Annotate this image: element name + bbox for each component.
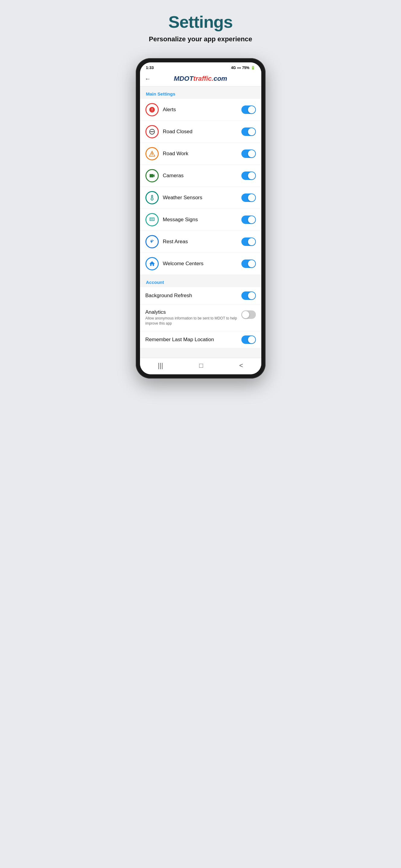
weather-sensors-label: Weather Sensors	[163, 195, 237, 201]
remember-map-label: Remember Last Map Location	[145, 337, 237, 343]
nav-home-icon[interactable]: □	[199, 362, 203, 370]
alerts-toggle[interactable]	[241, 105, 256, 114]
analytics-toggle-thumb	[242, 311, 249, 318]
message-signs-toggle[interactable]	[241, 216, 256, 224]
road-work-toggle[interactable]	[241, 150, 256, 158]
rest-areas-toggle-thumb	[248, 238, 255, 245]
page-title: Settings	[168, 12, 233, 32]
phone-screen: 1:33 4G ▪▪▪ 75% 🔋 ← MDOTtraffic.com Main…	[140, 62, 261, 374]
svg-rect-4	[151, 153, 152, 153]
rest-areas-label: Rest Areas	[163, 239, 237, 245]
svg-rect-8	[153, 218, 153, 219]
setting-row-rest-areas: Rest Areas	[140, 231, 261, 253]
message-signs-label: Message Signs	[163, 217, 237, 223]
alerts-icon-wrap	[145, 103, 159, 116]
remember-map-toggle-thumb	[248, 336, 255, 343]
status-bar: 1:33 4G ▪▪▪ 75% 🔋	[140, 62, 261, 72]
analytics-sublabel: Allow anonymous information to be sent t…	[145, 316, 237, 326]
svg-rect-10	[151, 219, 152, 220]
road-work-icon	[149, 150, 155, 157]
welcome-centers-icon-wrap	[145, 257, 159, 270]
setting-row-road-closed: Road Closed	[140, 121, 261, 143]
alert-icon	[149, 106, 155, 113]
svg-rect-6	[151, 218, 152, 219]
bg-refresh-label: Background Refresh	[145, 293, 237, 299]
welcome-centers-label: Welcome Centers	[163, 261, 237, 267]
message-signs-toggle-thumb	[248, 216, 255, 223]
analytics-label: Analytics	[145, 309, 237, 315]
back-button[interactable]: ←	[145, 75, 151, 82]
svg-rect-7	[152, 218, 153, 219]
svg-rect-11	[152, 219, 153, 220]
road-closed-icon-wrap	[145, 125, 159, 138]
setting-row-road-work: Road Work	[140, 143, 261, 165]
welcome-centers-toggle[interactable]	[241, 259, 256, 268]
setting-row-bg-refresh: Background Refresh	[140, 287, 261, 304]
bg-refresh-toggle[interactable]	[241, 291, 256, 300]
setting-row-analytics: Analytics Allow anonymous information to…	[140, 304, 261, 331]
cameras-toggle-thumb	[248, 172, 255, 179]
road-closed-toggle[interactable]	[241, 127, 256, 136]
svg-rect-9	[150, 219, 151, 220]
nav-menu-icon[interactable]: |||	[158, 362, 163, 370]
cameras-toggle[interactable]	[241, 172, 256, 180]
message-signs-icon-wrap	[145, 213, 159, 226]
remember-map-toggle[interactable]	[241, 336, 256, 344]
weather-sensors-toggle[interactable]	[241, 193, 256, 202]
setting-row-remember-map: Remember Last Map Location	[140, 331, 261, 348]
road-closed-label: Road Closed	[163, 129, 237, 135]
alerts-toggle-thumb	[248, 106, 255, 113]
setting-row-welcome-centers: Welcome Centers	[140, 253, 261, 275]
road-work-icon-wrap	[145, 147, 159, 160]
battery-level: 75%	[242, 66, 249, 70]
alerts-label: Alerts	[163, 107, 237, 113]
road-work-label: Road Work	[163, 151, 237, 157]
analytics-toggle[interactable]	[241, 310, 256, 319]
section-account-header: Account	[140, 275, 261, 287]
road-closed-toggle-thumb	[248, 128, 255, 135]
svg-rect-3	[151, 153, 152, 155]
message-signs-icon	[149, 216, 155, 223]
page-subtitle: Personalize your app experience	[149, 35, 252, 43]
signal-icon: 4G	[231, 66, 236, 70]
setting-row-weather-sensors: Weather Sensors	[140, 187, 261, 209]
status-right: 4G ▪▪▪ 75% 🔋	[231, 66, 255, 70]
settings-content: Main Settings Alerts	[140, 87, 261, 358]
cameras-icon-wrap	[145, 169, 159, 182]
svg-rect-5	[150, 218, 151, 219]
camera-icon	[149, 173, 155, 179]
logo-mdot: MDOT	[174, 75, 193, 83]
setting-row-alerts: Alerts	[140, 99, 261, 121]
app-logo: MDOTtraffic.com	[174, 75, 227, 83]
status-time: 1:33	[146, 65, 154, 70]
bottom-nav: ||| □ <	[140, 358, 261, 374]
rest-areas-toggle[interactable]	[241, 238, 256, 246]
road-closed-icon	[149, 128, 155, 135]
svg-point-13	[150, 240, 152, 241]
phone-frame: 1:33 4G ▪▪▪ 75% 🔋 ← MDOTtraffic.com Main…	[136, 58, 265, 378]
welcome-centers-toggle-thumb	[248, 260, 255, 267]
rest-areas-icon	[149, 239, 155, 245]
logo-traffic: traffic	[193, 75, 212, 83]
cameras-label: Cameras	[163, 173, 237, 179]
welcome-centers-icon	[149, 260, 155, 267]
signal-bars: ▪▪▪	[237, 66, 241, 70]
svg-point-14	[152, 240, 153, 241]
setting-row-cameras: Cameras	[140, 165, 261, 187]
weather-sensors-toggle-thumb	[248, 194, 255, 201]
setting-row-message-signs: Message Signs	[140, 209, 261, 231]
rest-areas-icon-wrap	[145, 235, 159, 248]
app-header: ← MDOTtraffic.com	[140, 72, 261, 87]
road-work-toggle-thumb	[248, 150, 255, 157]
battery-icon: 🔋	[251, 66, 255, 70]
svg-rect-12	[153, 219, 153, 220]
weather-sensors-icon-wrap	[145, 191, 159, 204]
bg-refresh-toggle-thumb	[248, 292, 255, 299]
thermometer-icon	[149, 194, 155, 201]
nav-back-icon[interactable]: <	[239, 362, 243, 370]
section-main-header: Main Settings	[140, 87, 261, 99]
logo-com: com	[213, 75, 227, 83]
